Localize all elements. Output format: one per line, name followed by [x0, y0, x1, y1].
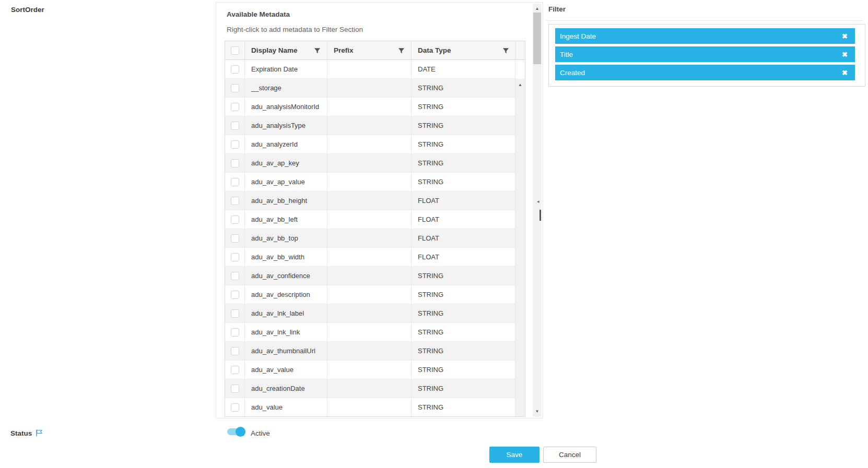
- filter-chip-label: Created: [560, 69, 842, 77]
- row-checkbox[interactable]: [231, 403, 239, 412]
- table-row[interactable]: adu_av_ap_value STRING: [225, 173, 517, 191]
- row-checkbox-cell: [225, 191, 244, 210]
- select-all-cell: [225, 41, 244, 59]
- row-checkbox[interactable]: [231, 159, 239, 167]
- filter-panel: Filter Ingest Date ✖ Title ✖ Created ✖: [546, 5, 866, 87]
- save-button[interactable]: Save: [489, 447, 539, 463]
- table-row[interactable]: adu_creationDate STRING: [225, 379, 517, 398]
- row-checkbox[interactable]: [231, 178, 239, 186]
- filter-chip-label: Title: [560, 51, 842, 58]
- metadata-grid-header: Display Name Prefix Data Type: [225, 41, 525, 60]
- row-checkbox[interactable]: [231, 234, 239, 243]
- table-row[interactable]: adu_av_bb_height FLOAT: [225, 191, 517, 210]
- row-display-name: adu_av_ap_key: [244, 154, 327, 172]
- row-checkbox[interactable]: [231, 347, 239, 355]
- row-checkbox-cell: [225, 229, 244, 247]
- row-checkbox-cell: [225, 342, 244, 360]
- select-all-checkbox[interactable]: [231, 46, 239, 55]
- filter-chip[interactable]: Created ✖: [555, 65, 855, 80]
- row-checkbox[interactable]: [231, 122, 239, 130]
- filter-divider: [546, 20, 863, 21]
- row-prefix: [327, 229, 411, 247]
- row-checkbox[interactable]: [231, 103, 239, 111]
- table-row[interactable]: adu_analyzerId STRING: [225, 135, 517, 154]
- table-row[interactable]: adu_av_value STRING: [225, 361, 517, 379]
- row-checkbox-cell: [225, 154, 244, 172]
- row-checkbox[interactable]: [231, 197, 239, 205]
- table-row[interactable]: adu_av_bb_top FLOAT: [225, 229, 517, 248]
- status-field-label: Status: [10, 429, 43, 437]
- splitter-collapse-icon[interactable]: ◂: [537, 199, 539, 204]
- toggle-knob: [236, 427, 245, 437]
- table-row[interactable]: __storage STRING: [225, 79, 517, 98]
- row-checkbox[interactable]: [231, 309, 239, 318]
- toggle-state-label: Active: [251, 429, 270, 437]
- row-data-type: STRING: [411, 304, 515, 322]
- row-checkbox-cell: [225, 248, 244, 266]
- row-checkbox[interactable]: [231, 65, 239, 74]
- row-checkbox-cell: [225, 60, 244, 78]
- table-row[interactable]: adu_value STRING: [225, 398, 517, 417]
- close-icon[interactable]: ✖: [842, 33, 848, 40]
- cancel-button[interactable]: Cancel: [543, 447, 596, 463]
- status-toggle[interactable]: [227, 426, 245, 437]
- row-data-type: STRING: [411, 154, 515, 172]
- scroll-up-icon[interactable]: ▲: [533, 7, 542, 11]
- table-row[interactable]: adu_av_ap_key STRING: [225, 154, 517, 173]
- scrollbar-thumb[interactable]: [533, 13, 541, 64]
- table-row[interactable]: adu_analysisType STRING: [225, 116, 517, 135]
- row-display-name: __storage: [244, 79, 327, 97]
- filter-funnel-icon[interactable]: [502, 47, 509, 54]
- table-row[interactable]: Expiration Date DATE: [225, 60, 517, 79]
- row-checkbox[interactable]: [231, 253, 239, 261]
- row-checkbox[interactable]: [231, 291, 239, 299]
- row-display-name: adu_creationDate: [244, 379, 327, 398]
- row-prefix: [327, 304, 411, 322]
- close-icon[interactable]: ✖: [842, 69, 848, 76]
- table-row[interactable]: adu_av_description STRING: [225, 285, 517, 304]
- row-prefix: [327, 398, 411, 416]
- close-icon[interactable]: ✖: [842, 51, 848, 58]
- row-prefix: [327, 379, 411, 398]
- table-row[interactable]: adu_av_bb_width FLOAT: [225, 248, 517, 267]
- splitter-handle[interactable]: [539, 210, 541, 221]
- row-prefix: [327, 98, 411, 116]
- metadata-grid-rows: Expiration Date DATE __storage STRING ad…: [225, 60, 517, 417]
- table-row[interactable]: adu_analysisMonitorId STRING: [225, 98, 517, 116]
- row-display-name: adu_value: [244, 398, 327, 416]
- available-metadata-panel: Available Metadata Right-click to add me…: [216, 2, 543, 418]
- row-display-name: adu_analysisType: [244, 116, 327, 135]
- table-row[interactable]: adu_av_bb_left FLOAT: [225, 210, 517, 229]
- filter-funnel-icon[interactable]: [398, 47, 405, 54]
- row-prefix: [327, 154, 411, 172]
- scroll-down-icon[interactable]: ▼: [533, 410, 542, 414]
- row-prefix: [327, 210, 411, 229]
- row-display-name: adu_av_lnk_link: [244, 323, 327, 341]
- filter-chip[interactable]: Title ✖: [555, 46, 855, 62]
- column-header-data-type[interactable]: Data Type: [411, 41, 515, 59]
- row-checkbox[interactable]: [231, 272, 239, 280]
- row-checkbox[interactable]: [231, 385, 239, 393]
- filter-chip[interactable]: Ingest Date ✖: [555, 28, 855, 44]
- row-checkbox[interactable]: [231, 328, 239, 337]
- row-checkbox[interactable]: [231, 366, 239, 374]
- table-vertical-scrollbar[interactable]: ▲: [515, 79, 525, 417]
- filter-funnel-icon[interactable]: [314, 47, 321, 54]
- scroll-up-icon[interactable]: ▲: [515, 83, 525, 87]
- row-prefix: [327, 173, 411, 191]
- row-display-name: adu_av_description: [244, 285, 327, 304]
- row-checkbox[interactable]: [231, 84, 239, 92]
- table-row[interactable]: adu_av_thumbnailUrl STRING: [225, 342, 517, 361]
- table-row[interactable]: adu_av_lnk_label STRING: [225, 304, 517, 323]
- status-label: Status: [10, 429, 32, 437]
- row-prefix: [327, 361, 411, 379]
- table-row[interactable]: adu_av_confidence STRING: [225, 267, 517, 285]
- row-checkbox[interactable]: [231, 215, 239, 224]
- table-row[interactable]: adu_av_lnk_link STRING: [225, 323, 517, 342]
- sortorder-label: SortOrder: [11, 6, 44, 14]
- column-header-prefix[interactable]: Prefix: [327, 41, 411, 59]
- column-header-display-name[interactable]: Display Name: [244, 41, 327, 59]
- row-prefix: [327, 248, 411, 266]
- row-checkbox-cell: [225, 361, 244, 379]
- row-checkbox[interactable]: [231, 140, 239, 149]
